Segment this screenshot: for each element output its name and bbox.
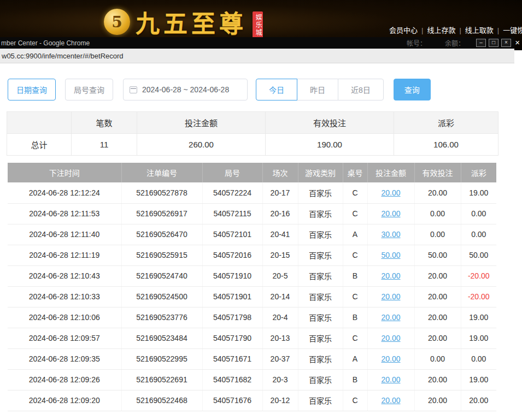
records-cell: C <box>343 390 367 411</box>
bet-amount-link[interactable]: 20.00 <box>381 271 400 280</box>
records-header-cell: 局号 <box>202 163 262 182</box>
records-cell: 20.00 <box>367 182 414 203</box>
browser-titlebar[interactable]: mber Center - Google Chrome 帐号： 余额： – □ … <box>0 37 514 49</box>
table-row: 2024-06-28 12:10:06521690523776540571798… <box>8 307 496 328</box>
quick-range-button[interactable]: 昨日 <box>297 79 338 100</box>
header-nav-link[interactable]: 一键恢复 <box>503 26 522 34</box>
table-row: 2024-06-28 12:09:35521690522995540571671… <box>8 348 496 369</box>
records-cell: 521690524500 <box>121 286 202 307</box>
records-cell: C <box>343 182 367 203</box>
quick-range-button[interactable]: 今日 <box>256 79 297 100</box>
records-cell: 20-4 <box>262 307 298 328</box>
close-icon[interactable]: × <box>515 38 520 46</box>
bet-amount-link[interactable]: 20.00 <box>381 375 400 384</box>
records-cell: 20.00 <box>414 369 461 390</box>
summary-total-cell: 260.00 <box>137 134 266 156</box>
bet-amount-link[interactable]: 50.00 <box>381 251 400 259</box>
summary-total-cell: 11 <box>72 134 137 156</box>
browser-urlbar[interactable]: w05.cc:9900/infe/mcenter/#/betRecord <box>0 49 514 63</box>
records-cell: 0.00 <box>461 203 496 224</box>
records-header-cell: 注单编号 <box>121 163 202 182</box>
records-cell: 19.00 <box>461 307 496 328</box>
date-range-picker[interactable]: 2024-06-28 ~ 2024-06-28 <box>123 79 248 100</box>
records-cell: 540572016 <box>202 245 262 265</box>
window-close-icon[interactable]: × <box>501 39 511 47</box>
nav-separator: | <box>421 26 423 34</box>
records-cell: 20-41 <box>262 224 298 245</box>
date-range-value: 2024-06-28 ~ 2024-06-28 <box>142 85 229 94</box>
bet-amount-link[interactable]: 20.00 <box>381 209 400 218</box>
bet-record-page: 日期查询 局号查询 2024-06-28 ~ 2024-06-28 今日昨日近8… <box>0 79 514 420</box>
records-cell: 30.00 <box>367 224 414 245</box>
records-cell: 百家乐 <box>298 182 343 203</box>
records-cell: 540571910 <box>202 265 262 286</box>
records-cell: 20.00 <box>414 182 461 203</box>
bet-amount-link[interactable]: 20.00 <box>381 334 400 342</box>
summary-header-cell: 笔数 <box>72 112 137 134</box>
records-cell: 521690526917 <box>121 203 202 224</box>
records-cell: 20.00 <box>414 390 461 411</box>
records-cell: 百家乐 <box>298 265 343 286</box>
header-nav-link[interactable]: 会员中心 <box>389 26 418 34</box>
records-cell: -20.00 <box>461 265 496 286</box>
nav-separator: | <box>497 26 499 34</box>
records-cell: 2024-06-28 12:11:19 <box>8 245 121 265</box>
maximize-icon[interactable]: □ <box>489 39 498 47</box>
table-row: 2024-06-28 12:12:24521690527878540572224… <box>8 182 496 203</box>
date-query-tab[interactable]: 日期查询 <box>8 79 56 100</box>
records-header-cell: 下注时间 <box>8 163 121 182</box>
records-header-cell: 有效投注 <box>414 163 461 182</box>
bet-amount-link[interactable]: 20.00 <box>381 188 400 197</box>
round-query-tab[interactable]: 局号查询 <box>65 79 113 100</box>
records-cell: 20.00 <box>367 390 414 411</box>
bet-amount-link[interactable]: 20.00 <box>381 354 400 363</box>
records-cell: 19.00 <box>461 182 496 203</box>
records-cell: 521690522691 <box>121 369 202 390</box>
records-cell: 0.00 <box>461 348 496 369</box>
account-label: 帐号： <box>407 38 426 48</box>
records-cell: 540571798 <box>202 307 262 328</box>
records-cell: 20.00 <box>414 328 461 348</box>
records-cell: 2024-06-28 12:09:35 <box>8 348 121 369</box>
records-cell: C <box>343 328 367 348</box>
records-cell: 百家乐 <box>298 245 343 265</box>
records-cell: 521690526470 <box>121 224 202 245</box>
records-cell: 521690523484 <box>121 328 202 348</box>
records-cell: 521690522468 <box>121 390 202 411</box>
records-cell: 50.00 <box>414 245 461 265</box>
records-cell: 521690525915 <box>121 245 202 265</box>
calendar-icon <box>130 86 137 93</box>
summary-header-row: 笔数投注金额有效投注派彩 <box>7 112 498 134</box>
records-cell: 50.00 <box>461 245 496 265</box>
minimize-icon[interactable]: – <box>476 39 486 47</box>
records-table-body: 2024-06-28 12:12:24521690527878540572224… <box>8 182 496 411</box>
header-nav: 会员中心|线上存款|线上取款|一键恢复 <box>389 25 522 35</box>
search-button[interactable]: 查询 <box>394 79 431 100</box>
records-cell: 0.00 <box>461 224 496 245</box>
summary-header-cell: 派彩 <box>394 112 498 134</box>
header-nav-link[interactable]: 线上取款 <box>465 26 494 34</box>
records-cell: 521690524740 <box>121 265 202 286</box>
records-cell: 20-17 <box>262 182 298 203</box>
records-cell: B <box>343 265 367 286</box>
records-cell: C <box>343 286 367 307</box>
quick-range-button[interactable]: 近8日 <box>338 79 384 100</box>
records-cell: 20-16 <box>262 203 298 224</box>
summary-total-cell: 190.00 <box>266 134 394 156</box>
records-cell: 20.00 <box>367 286 414 307</box>
bet-amount-link[interactable]: 20.00 <box>381 396 400 405</box>
bet-amount-link[interactable]: 20.00 <box>381 292 400 301</box>
url-text: w05.cc:9900/infe/mcenter/#/betRecord <box>2 52 124 60</box>
records-cell: 20.00 <box>367 203 414 224</box>
table-row: 2024-06-28 12:11:19521690525915540572016… <box>8 245 496 265</box>
bet-amount-link[interactable]: 20.00 <box>381 313 400 322</box>
records-cell: 540571901 <box>202 286 262 307</box>
records-cell: 540572101 <box>202 224 262 245</box>
records-cell: 百家乐 <box>298 390 343 411</box>
header-nav-link[interactable]: 线上存款 <box>427 26 455 34</box>
records-cell: 0.00 <box>414 224 461 245</box>
records-cell: 百家乐 <box>298 203 343 224</box>
browser-window: mber Center - Google Chrome 帐号： 余额： – □ … <box>0 37 514 420</box>
bet-amount-link[interactable]: 30.00 <box>381 230 400 239</box>
summary-total-cell: 106.00 <box>394 134 498 156</box>
